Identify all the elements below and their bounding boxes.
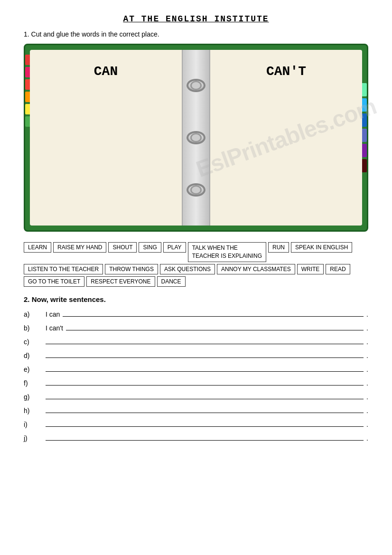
period-h: . [366,407,368,414]
tile-go-toilet: GO TO THE TOILET [24,276,84,287]
period-c: . [366,338,368,346]
write-line-i: i) . [24,418,368,428]
label-a: a) [24,310,43,318]
tile-ask-questions: ASK QUESTIONS [160,264,215,274]
word-tiles-container: LEARN RAISE MY HAND SHOUT SING PLAY TALK… [24,242,368,287]
write-line-c: c) . [24,336,368,346]
tile-play: PLAY [163,242,186,253]
field-c[interactable] [46,336,364,344]
write-line-d: d) . [24,349,368,359]
period-j: . [366,434,368,442]
can-heading: CAN [39,64,172,79]
field-i[interactable] [46,418,364,427]
prefix-b: I can't [46,324,63,332]
tile-learn: LEARN [24,242,51,253]
label-d: d) [24,352,43,359]
field-h[interactable] [46,404,364,413]
tile-run: RUN [268,242,289,253]
tile-respect: RESPECT EVERYONE [86,276,155,287]
label-j: j) [24,434,43,442]
label-i: i) [24,421,43,428]
ring-bottom [187,183,205,197]
period-d: . [366,352,368,359]
label-c: c) [24,338,43,346]
tile-read: READ [326,264,350,274]
write-line-g: g) . [24,391,368,401]
tile-annoy: ANNOY MY CLASSMATES [217,264,295,274]
label-b: b) [24,324,43,332]
write-line-b: b) I can't . [24,322,368,332]
instruction-1: 1. Cut and glue the words in the correct… [24,30,368,38]
field-g[interactable] [46,391,364,399]
period-b: . [366,324,368,332]
write-lines: a) I can . b) I can't . c) . d) . e) . f… [24,308,368,442]
tile-listen: LISTEN TO THE TEACHER [24,264,103,274]
tile-write: WRITE [297,264,324,274]
period-i: . [366,421,368,428]
tile-speak-in-english: SPEAK IN ENGLISH [291,242,352,253]
tile-sing: SING [139,242,161,253]
binder-spine [182,50,210,226]
ring-top [187,79,205,92]
page-title: AT THE ENGLISH INSTITUTE [24,14,368,24]
write-line-h: h) . [24,404,368,414]
label-h: h) [24,407,43,414]
period-g: . [366,393,368,401]
field-f[interactable] [46,377,364,386]
prefix-a: I can [46,310,60,318]
tile-dance: DANCE [157,276,186,287]
label-f: f) [24,379,43,387]
instruction-2: 2. Now, write sentences. [24,295,368,303]
field-d[interactable] [46,349,364,358]
field-b[interactable] [66,322,364,330]
field-j[interactable] [46,432,364,441]
tile-talk-when: TALK WHEN THETEACHER IS EXPLAINING [188,242,266,262]
period-e: . [366,366,368,373]
ring-middle [187,131,205,144]
write-line-a: a) I can . [24,308,368,318]
tile-shout: SHOUT [108,242,137,253]
write-line-f: f) . [24,377,368,387]
binder-inner: CAN CAN'T EslPrintables.com [30,50,362,226]
cant-heading: CAN'T [220,64,353,79]
page-right: CAN'T EslPrintables.com [210,50,362,226]
field-a[interactable] [63,308,364,317]
field-e[interactable] [46,363,364,372]
word-tiles-section: LEARN RAISE MY HAND SHOUT SING PLAY TALK… [24,242,368,287]
tile-raise-my-hand: RAISE MY HAND [53,242,106,253]
tile-throw-things: THROW THINGS [105,264,158,274]
period-a: . [366,310,368,318]
write-line-j: j) . [24,432,368,442]
label-e: e) [24,366,43,373]
write-line-e: e) . [24,363,368,373]
page-left: CAN [30,50,182,226]
label-g: g) [24,393,43,401]
binder: CAN CAN'T EslPrintables.com [24,44,368,232]
watermark: EslPrintables.com [193,93,380,182]
period-f: . [366,379,368,387]
